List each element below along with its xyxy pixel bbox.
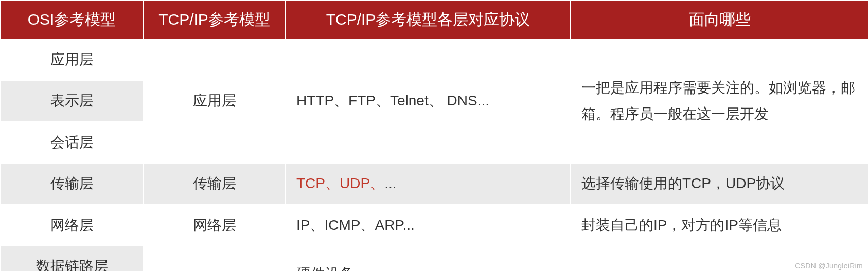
- tcpip-link: 物理+数据链路层: [143, 246, 286, 271]
- osi-datalink: 数据链路层: [1, 246, 143, 271]
- protocols-transport-suffix: ...: [384, 175, 396, 191]
- protocols-network: IP、ICMP、ARP...: [286, 205, 571, 246]
- tcpip-application: 应用层: [143, 39, 286, 163]
- table-row: 应用层 应用层 HTTP、FTP、Telnet、 DNS... 一把是应用程序需…: [1, 39, 868, 80]
- osi-application: 应用层: [1, 39, 143, 80]
- protocols-application: HTTP、FTP、Telnet、 DNS...: [286, 39, 571, 163]
- table-row: 数据链路层 物理+数据链路层 硬件设备。 0101001010101001010…: [1, 246, 868, 271]
- osi-tcpip-comparison-table: OSI参考模型 TCP/IP参考模型 TCP/IP参考模型各层对应协议 面向哪些…: [0, 0, 868, 271]
- facing-network: 封装自己的IP，对方的IP等信息: [571, 205, 868, 246]
- tcpip-network: 网络层: [143, 205, 286, 246]
- header-osi: OSI参考模型: [1, 1, 143, 39]
- header-facing: 面向哪些: [571, 1, 868, 39]
- header-protocols: TCP/IP参考模型各层对应协议: [286, 1, 571, 39]
- tcpip-transport: 传输层: [143, 163, 286, 204]
- osi-session: 会话层: [1, 122, 143, 163]
- table-header-row: OSI参考模型 TCP/IP参考模型 TCP/IP参考模型各层对应协议 面向哪些: [1, 1, 868, 39]
- watermark: CSDN @JungleiRim: [795, 262, 863, 270]
- protocols-transport-red: TCP、UDP、: [296, 175, 384, 191]
- header-tcpip: TCP/IP参考模型: [143, 1, 286, 39]
- osi-network: 网络层: [1, 205, 143, 246]
- protocols-link-line1: 硬件设备。: [296, 266, 368, 271]
- table-row: 网络层 网络层 IP、ICMP、ARP... 封装自己的IP，对方的IP等信息: [1, 205, 868, 246]
- osi-transport: 传输层: [1, 163, 143, 204]
- protocols-link: 硬件设备。 01010010101010010101010...: [286, 246, 571, 271]
- table-row: 传输层 传输层 TCP、UDP、... 选择传输使用的TCP，UDP协议: [1, 163, 868, 204]
- protocols-transport: TCP、UDP、...: [286, 163, 571, 204]
- facing-transport: 选择传输使用的TCP，UDP协议: [571, 163, 868, 204]
- facing-application: 一把是应用程序需要关注的。如浏览器，邮箱。程序员一般在这一层开发: [571, 39, 868, 163]
- osi-presentation: 表示层: [1, 80, 143, 121]
